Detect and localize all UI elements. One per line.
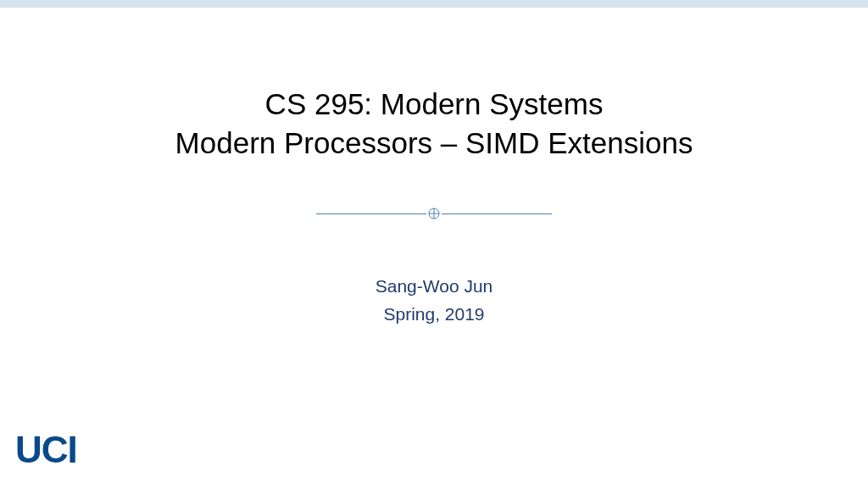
top-accent-bar — [0, 0, 868, 8]
uci-logo: UCI — [15, 429, 77, 471]
divider-ornament-icon — [428, 208, 440, 219]
divider-line-right — [442, 214, 552, 214]
term-label: Spring, 2019 — [0, 301, 868, 329]
divider-line-left — [316, 214, 426, 214]
title-line-1: CS 295: Modern Systems — [0, 85, 868, 124]
slide-title: CS 295: Modern Systems Modern Processors… — [0, 85, 868, 162]
decorative-divider — [0, 208, 868, 219]
title-line-2: Modern Processors – SIMD Extensions — [0, 124, 868, 163]
author-name: Sang-Woo Jun — [0, 273, 868, 301]
author-block: Sang-Woo Jun Spring, 2019 — [0, 273, 868, 328]
